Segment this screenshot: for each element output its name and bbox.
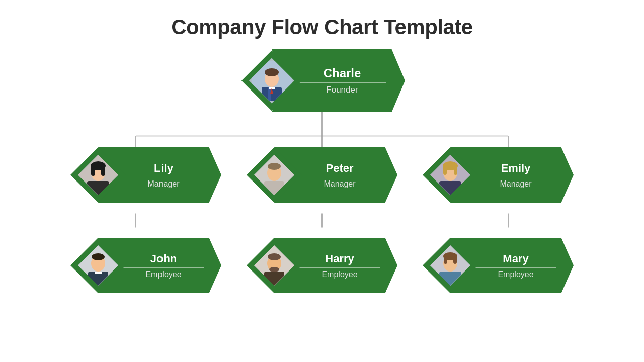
svg-rect-30	[443, 166, 447, 175]
node-lily: Lily Manager	[70, 147, 221, 203]
divider-mary	[475, 267, 556, 268]
page: Company Flow Chart Template	[0, 0, 644, 362]
svg-point-25	[268, 163, 281, 170]
svg-rect-27	[439, 181, 461, 195]
avatar-diamond-john	[70, 238, 126, 293]
avatar-emily	[423, 147, 478, 203]
node-role-peter: Manager	[324, 179, 355, 189]
avatar-lily	[70, 147, 126, 203]
svg-point-36	[92, 253, 105, 260]
svg-rect-21	[101, 166, 105, 176]
node-name-mary: Mary	[503, 252, 528, 265]
avatar-inner-lily	[78, 155, 118, 195]
node-role-emily: Manager	[500, 179, 531, 189]
node-name-lily: Lily	[154, 162, 173, 175]
node-name-john: John	[150, 252, 177, 265]
person-icon-emily	[430, 155, 470, 195]
avatar-diamond-peter	[247, 147, 302, 203]
node-name-emily: Emily	[501, 162, 531, 175]
node-role-john: Employee	[145, 270, 181, 279]
avatar-inner-john	[78, 245, 118, 286]
node-emily: Emily Manager	[423, 147, 574, 203]
node-charle: Charle Founder	[242, 49, 403, 112]
avatar-inner-peter	[254, 155, 294, 195]
node-mary: Mary Employee	[423, 238, 574, 293]
svg-rect-47	[453, 256, 457, 264]
avatar-diamond-mary	[423, 238, 478, 293]
divider-lily	[123, 177, 204, 177]
avatar-inner-charle	[249, 58, 294, 104]
person-icon-charle	[252, 61, 292, 101]
avatar-diamond-harry	[247, 238, 302, 293]
divider-john	[123, 267, 204, 268]
svg-rect-38	[264, 272, 284, 286]
node-name-peter: Peter	[326, 162, 353, 175]
avatar-charle	[242, 51, 302, 111]
avatar-inner-emily	[430, 155, 470, 195]
divider-charle	[298, 82, 386, 83]
divider-emily	[475, 177, 556, 177]
node-peter: Peter Manager	[247, 147, 397, 203]
avatar-john	[70, 238, 126, 293]
svg-point-41	[269, 267, 279, 272]
divider-harry	[299, 267, 380, 268]
node-name-charle: Charle	[324, 66, 361, 80]
person-icon-harry	[254, 245, 294, 286]
svg-point-13	[265, 68, 279, 76]
avatar-diamond-lily	[70, 147, 126, 203]
row-middle: Lily Manager	[45, 147, 599, 203]
divider-peter	[299, 177, 380, 177]
org-chart-wrapper: Charle Founder	[45, 49, 599, 293]
svg-rect-43	[439, 272, 461, 286]
svg-rect-23	[264, 181, 284, 195]
org-chart: Charle Founder	[45, 49, 599, 293]
person-icon-lily	[78, 155, 118, 195]
node-role-charle: Founder	[326, 85, 358, 95]
node-role-lily: Manager	[147, 179, 179, 189]
person-icon-peter	[254, 155, 294, 195]
svg-point-40	[268, 253, 281, 260]
avatar-diamond-charle	[242, 51, 302, 111]
page-title: Company Flow Chart Template	[171, 15, 472, 39]
row-bottom: John Employee	[45, 238, 599, 293]
svg-rect-46	[444, 256, 447, 264]
node-john: John Employee	[70, 238, 221, 293]
svg-rect-17	[87, 181, 109, 195]
person-icon-john	[78, 245, 118, 286]
svg-rect-34	[95, 272, 102, 274]
avatar-mary	[423, 238, 478, 293]
avatar-peter	[247, 147, 302, 203]
person-icon-mary	[430, 245, 470, 286]
avatar-diamond-emily	[423, 147, 478, 203]
avatar-inner-mary	[430, 245, 470, 286]
node-role-mary: Employee	[498, 270, 533, 279]
row-top: Charle Founder	[242, 49, 403, 112]
avatar-inner-harry	[254, 245, 294, 286]
node-name-harry: Harry	[325, 252, 354, 265]
node-role-harry: Employee	[321, 270, 357, 279]
node-harry: Harry Employee	[247, 238, 397, 293]
svg-rect-20	[91, 166, 95, 176]
svg-rect-31	[454, 166, 457, 175]
avatar-harry	[247, 238, 302, 293]
